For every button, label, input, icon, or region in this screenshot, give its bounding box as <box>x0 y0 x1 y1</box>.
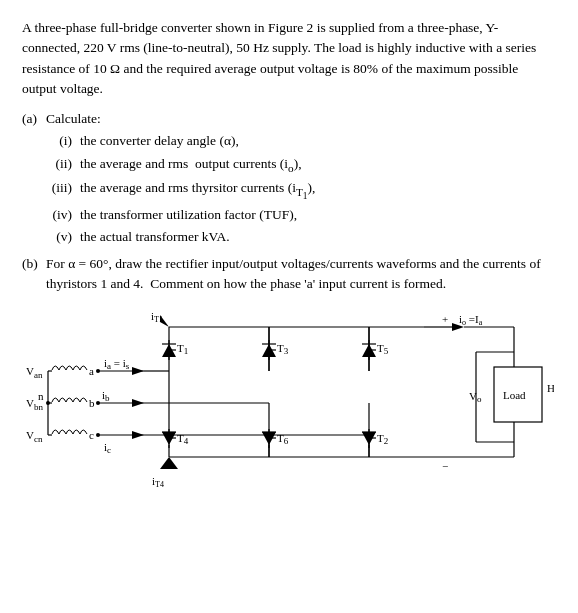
t2-label: T2 <box>377 432 388 446</box>
b-label: b <box>89 397 95 409</box>
current-arrow-b <box>132 399 144 407</box>
item-text-3: the average and rms thyrsitor currents (… <box>80 178 556 203</box>
t1-label: T1 <box>177 342 188 356</box>
circuit-svg: text { font-family: "Times New Roman", T… <box>24 302 554 497</box>
part-b-label: (b) <box>22 254 46 295</box>
current-arrow-c <box>132 431 144 439</box>
vcn-label: Vcn <box>26 429 43 444</box>
n-label: n <box>38 390 44 402</box>
it4-arrow <box>160 457 178 469</box>
current-arrow-a <box>132 367 144 375</box>
it4-label: iT4 <box>152 475 164 489</box>
item-num-4: (iv) <box>36 205 80 225</box>
part-a-item-5: (v) the actual transformer kVA. <box>36 227 556 247</box>
a-label: a <box>89 365 94 377</box>
part-a-instruction: Calculate: <box>46 109 101 129</box>
part-a-section: (a) Calculate: (i) the converter delay a… <box>22 109 556 248</box>
io-label: io =Ia <box>459 313 483 327</box>
ib-label: ib <box>102 389 110 403</box>
item-text-2: the average and rms output currents (io)… <box>80 154 556 177</box>
ia-is-label: ia = is <box>104 357 130 371</box>
t6-label: T6 <box>277 432 289 446</box>
item-num-5: (v) <box>36 227 80 247</box>
part-b-section: (b) For α = 60°, draw the rectifier inpu… <box>22 254 556 295</box>
ic-label: ic <box>104 441 111 455</box>
load-label: Load <box>503 389 526 401</box>
plus-label: + <box>442 313 448 325</box>
t4-label: T4 <box>177 432 189 446</box>
circuit-diagram: text { font-family: "Times New Roman", T… <box>22 302 556 497</box>
c-label: c <box>89 429 94 441</box>
item-num-3: (iii) <box>36 178 80 203</box>
item-text-1: the converter delay angle (α), <box>80 131 556 151</box>
minus-label: − <box>442 460 448 472</box>
t3-label: T3 <box>277 342 289 356</box>
t5-label: T5 <box>377 342 389 356</box>
van-label: Van <box>26 365 43 380</box>
part-a-item-1: (i) the converter delay angle (α), <box>36 131 556 151</box>
part-a-label: (a) <box>22 109 46 129</box>
highly-label: Highly inductive load <box>547 382 554 394</box>
item-text-4: the transformer utilization factor (TUF)… <box>80 205 556 225</box>
item-num-2: (ii) <box>36 154 80 177</box>
part-a-item-4: (iv) the transformer utilization factor … <box>36 205 556 225</box>
part-a-items: (i) the converter delay angle (α), (ii) … <box>36 131 556 247</box>
item-num-1: (i) <box>36 131 80 151</box>
part-b-text: For α = 60°, draw the rectifier input/ou… <box>46 254 556 295</box>
part-a-item-2: (ii) the average and rms output currents… <box>36 154 556 177</box>
part-a-item-3: (iii) the average and rms thyrsitor curr… <box>36 178 556 203</box>
item-text-5: the actual transformer kVA. <box>80 227 556 247</box>
intro-paragraph: A three-phase full-bridge converter show… <box>22 18 556 99</box>
